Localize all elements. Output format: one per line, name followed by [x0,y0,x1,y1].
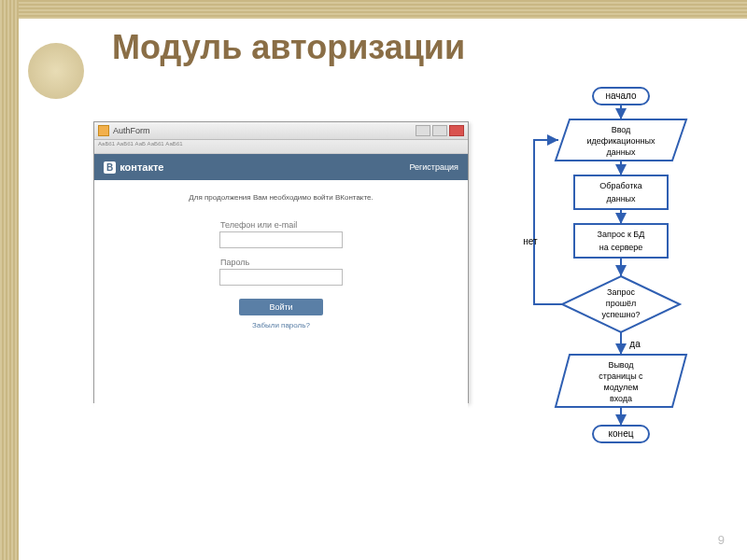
window-buttons [416,125,464,136]
flow-process-l1: Обработка [599,181,641,190]
minimize-button[interactable] [416,125,430,136]
password-input[interactable] [219,269,343,286]
flow-db-l1: Запрос к БД [598,230,645,239]
flow-process-l2: данных [606,194,636,203]
flow-edge-yes-label: да [629,339,641,349]
flow-input-l2: идефикационных [587,136,655,146]
close-button[interactable] [449,125,464,136]
login-input[interactable] [219,231,343,248]
submit-button[interactable]: Войти [239,299,323,315]
app-icon [98,125,109,136]
prompt-message: Для продолжения Вам необходимо войти ВКо… [189,193,373,202]
login-label: Телефон или e-mail [220,220,342,230]
flow-output-l3: модулем [604,383,639,392]
flow-decision-l3: успешно? [602,310,641,319]
password-label: Пароль [220,258,342,267]
vk-logo-icon: В [104,161,116,174]
left-border-deco [0,0,19,560]
registration-link[interactable]: Регистрация [409,162,458,172]
flow-output-l2: страницы с [599,371,643,381]
flow-decision-l2: прошёл [606,299,636,308]
forgot-password-link[interactable]: Забыли пароль? [252,321,310,329]
flow-start-label: начало [605,91,637,101]
ribbon-strip: АаБб1 АаБб1 АаБ АаБб1 АаБб1 [94,140,468,154]
flow-decision-l1: Запрос [607,287,635,297]
auth-window: AuthForm АаБб1 АаБб1 АаБ АаБб1 АаБб1 В к… [93,121,469,403]
flow-edge-no [534,140,562,304]
page-number: 9 [718,533,725,547]
flow-edge-no-label: нет [523,236,538,246]
flow-input-l3: данных [606,147,636,157]
flow-db-l2: на сервере [599,243,643,252]
flow-output-l4: входа [610,394,632,403]
window-title: AuthForm [113,126,150,135]
flow-input-l1: Ввод [612,125,631,134]
vk-brand-label: контакте [120,161,163,173]
window-titlebar: AuthForm [94,122,468,140]
circle-deco [28,43,84,99]
flow-end-label: конец [609,428,634,439]
slide-title: Модуль авторизации [112,28,465,67]
vk-header: В контакте Регистрация [94,154,468,180]
maximize-button[interactable] [432,125,447,136]
flow-output-l1: Вывод [608,360,634,370]
vk-page: Для продолжения Вам необходимо войти ВКо… [94,180,468,419]
flowchart: начало Ввод идефикационных данных Обрабо… [523,86,710,497]
slide: Модуль авторизации 9 AuthForm АаБб1 АаБб… [0,0,747,560]
top-border-deco [0,0,747,19]
